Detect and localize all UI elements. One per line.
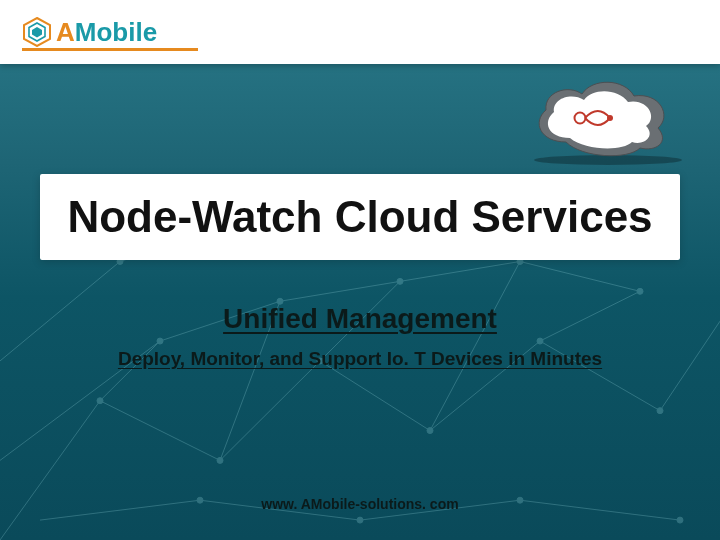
brand-underline — [22, 48, 198, 51]
subtitle: Unified Management — [0, 303, 720, 335]
svg-marker-44 — [32, 27, 42, 38]
header-bar: AMobile — [0, 0, 720, 64]
brand-name-rest: obile — [96, 17, 157, 47]
svg-line-10 — [400, 261, 520, 281]
page-title: Node-Watch Cloud Services — [67, 192, 652, 242]
svg-point-41 — [677, 517, 683, 523]
brand-name-a: A — [56, 17, 75, 47]
svg-point-39 — [357, 517, 363, 523]
svg-line-15 — [430, 261, 520, 430]
svg-line-3 — [320, 361, 430, 431]
title-block: Node-Watch Cloud Services — [40, 174, 680, 260]
brand-name-m: M — [75, 17, 97, 47]
svg-point-30 — [157, 338, 163, 344]
brand-logo: AMobile — [22, 17, 157, 48]
tagline: Deploy, Monitor, and Support Io. T Devic… — [0, 348, 720, 370]
footer-url: www. AMobile-solutions. com — [0, 496, 720, 512]
svg-point-24 — [97, 398, 103, 404]
svg-point-28 — [537, 338, 543, 344]
svg-point-27 — [427, 428, 433, 434]
svg-line-2 — [220, 361, 320, 460]
svg-line-9 — [280, 281, 400, 301]
svg-point-34 — [637, 288, 643, 294]
svg-point-47 — [607, 115, 613, 121]
svg-line-1 — [100, 401, 220, 461]
brand-name: AMobile — [56, 17, 157, 48]
brand-hexagon-icon — [22, 17, 52, 47]
svg-point-25 — [217, 457, 223, 463]
svg-point-29 — [657, 408, 663, 414]
svg-point-45 — [534, 155, 682, 165]
svg-point-32 — [397, 278, 403, 284]
svg-line-11 — [520, 261, 640, 291]
node-watch-cloud-badge: NODE WATCH — [520, 70, 690, 166]
